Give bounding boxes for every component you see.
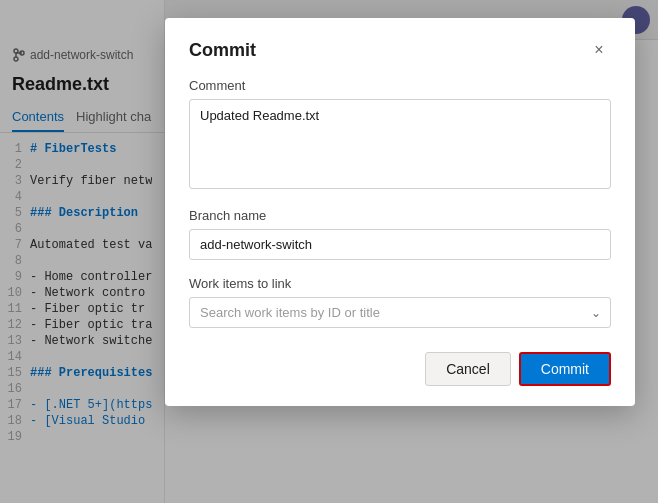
work-items-label: Work items to link bbox=[189, 276, 611, 291]
comment-textarea[interactable]: Updated Readme.txt bbox=[189, 99, 611, 189]
modal-footer: Cancel Commit bbox=[189, 352, 611, 386]
modal-header: Commit × bbox=[189, 38, 611, 62]
page-background: Files / FiberTests add-network-switch Re… bbox=[0, 0, 658, 503]
work-items-placeholder[interactable]: Search work items by ID or title bbox=[189, 297, 611, 328]
commit-modal: Commit × Comment Updated Readme.txt Bran… bbox=[165, 18, 635, 406]
branch-name-input[interactable] bbox=[189, 229, 611, 260]
modal-close-button[interactable]: × bbox=[587, 38, 611, 62]
modal-title: Commit bbox=[189, 40, 256, 61]
work-items-dropdown[interactable]: Search work items by ID or title ⌄ bbox=[189, 297, 611, 328]
cancel-button[interactable]: Cancel bbox=[425, 352, 511, 386]
branch-name-label: Branch name bbox=[189, 208, 611, 223]
comment-label: Comment bbox=[189, 78, 611, 93]
commit-button[interactable]: Commit bbox=[519, 352, 611, 386]
